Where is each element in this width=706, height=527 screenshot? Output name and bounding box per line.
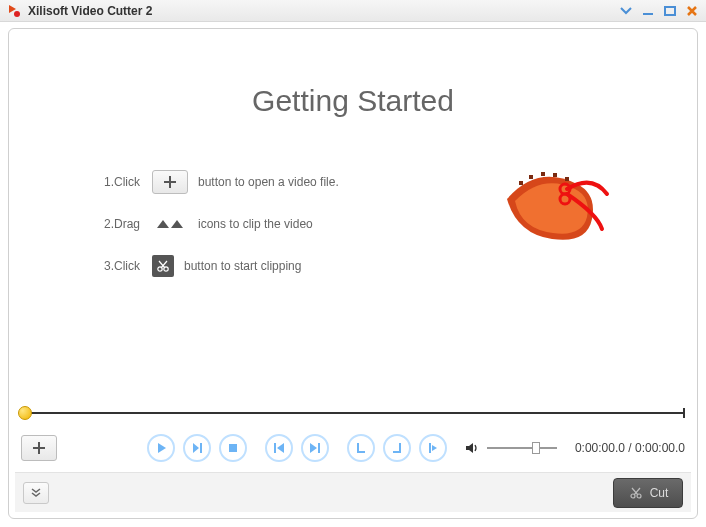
- svg-rect-8: [553, 173, 557, 177]
- close-icon[interactable]: [684, 4, 700, 18]
- timeline-playhead[interactable]: [18, 406, 32, 420]
- plus-icon: [32, 441, 46, 455]
- marker-out-icon: [171, 220, 183, 228]
- footer-bar: Cut: [15, 472, 691, 512]
- mark-in-button[interactable]: [347, 434, 375, 462]
- player-buttons: [147, 434, 447, 462]
- step-2-suffix: icons to clip the video: [198, 217, 313, 231]
- stop-button[interactable]: [219, 434, 247, 462]
- marker-in-icon: [157, 220, 169, 228]
- goto-icon: [427, 442, 439, 454]
- plus-icon: [163, 175, 177, 189]
- play-button[interactable]: [147, 434, 175, 462]
- time-separator: /: [625, 441, 635, 455]
- expand-icon: [30, 488, 42, 498]
- film-scissors-art: [497, 159, 617, 259]
- step-2: 2.Drag icons to clip the video: [104, 211, 504, 237]
- prev-button[interactable]: [265, 434, 293, 462]
- scissors-icon: [156, 259, 170, 273]
- app-title: Xilisoft Video Cutter 2: [28, 4, 618, 18]
- controls-row: 0:00:00.0 / 0:00:00.0: [21, 432, 685, 464]
- volume-slider[interactable]: [487, 447, 557, 449]
- timeline-track: [21, 412, 685, 414]
- content-frame: Getting Started 1.Click button to open a…: [8, 28, 698, 519]
- step-2-prefix: 2.Drag: [104, 217, 152, 231]
- mark-in-icon: [355, 442, 367, 454]
- time-total: 0:00:00.0: [635, 441, 685, 455]
- svg-rect-7: [541, 172, 545, 176]
- play-clip-button[interactable]: [183, 434, 211, 462]
- clip-markers-demo: [152, 220, 188, 228]
- next-button[interactable]: [301, 434, 329, 462]
- svg-rect-17: [357, 451, 365, 453]
- goto-button[interactable]: [419, 434, 447, 462]
- volume-icon[interactable]: [465, 441, 479, 455]
- svg-rect-2: [665, 7, 675, 15]
- svg-rect-15: [318, 443, 320, 453]
- volume-control: [465, 441, 557, 455]
- step-1-suffix: button to open a video file.: [198, 175, 339, 189]
- maximize-icon[interactable]: [662, 4, 678, 18]
- app-icon: [6, 3, 22, 19]
- step-1-prefix: 1.Click: [104, 175, 152, 189]
- step-3-suffix: button to start clipping: [184, 259, 301, 273]
- steps-list: 1.Click button to open a video file. 2.D…: [104, 169, 504, 295]
- cut-demo-button: [152, 255, 174, 277]
- window-buttons: [618, 4, 700, 18]
- play-clip-icon: [191, 442, 203, 454]
- dropdown-icon[interactable]: [618, 4, 634, 18]
- svg-point-0: [14, 11, 20, 17]
- svg-rect-5: [519, 181, 523, 185]
- titlebar: Xilisoft Video Cutter 2: [0, 0, 706, 22]
- expand-panel-button[interactable]: [23, 482, 49, 504]
- volume-thumb[interactable]: [532, 442, 540, 454]
- cut-button-label: Cut: [650, 486, 669, 500]
- add-file-button[interactable]: [21, 435, 57, 461]
- time-current: 0:00:00.0: [575, 441, 625, 455]
- svg-rect-14: [274, 443, 276, 453]
- cut-button[interactable]: Cut: [613, 478, 683, 508]
- svg-rect-9: [565, 177, 569, 181]
- step-3: 3.Click button to start clipping: [104, 253, 504, 279]
- svg-rect-12: [200, 443, 202, 453]
- add-file-demo-button: [152, 170, 188, 194]
- mark-out-button[interactable]: [383, 434, 411, 462]
- step-1: 1.Click button to open a video file.: [104, 169, 504, 195]
- svg-rect-13: [229, 444, 237, 452]
- svg-rect-1: [643, 13, 653, 15]
- svg-rect-6: [529, 175, 533, 179]
- mark-out-icon: [391, 442, 403, 454]
- time-display: 0:00:00.0 / 0:00:00.0: [575, 441, 685, 455]
- svg-rect-20: [429, 443, 431, 453]
- play-icon: [155, 442, 167, 454]
- minimize-icon[interactable]: [640, 4, 656, 18]
- scissors-icon: [628, 485, 644, 501]
- step-3-prefix: 3.Click: [104, 259, 152, 273]
- svg-rect-19: [393, 451, 401, 453]
- timeline[interactable]: [21, 406, 685, 420]
- prev-icon: [273, 442, 285, 454]
- next-icon: [309, 442, 321, 454]
- stop-icon: [227, 442, 239, 454]
- getting-started-title: Getting Started: [9, 84, 697, 118]
